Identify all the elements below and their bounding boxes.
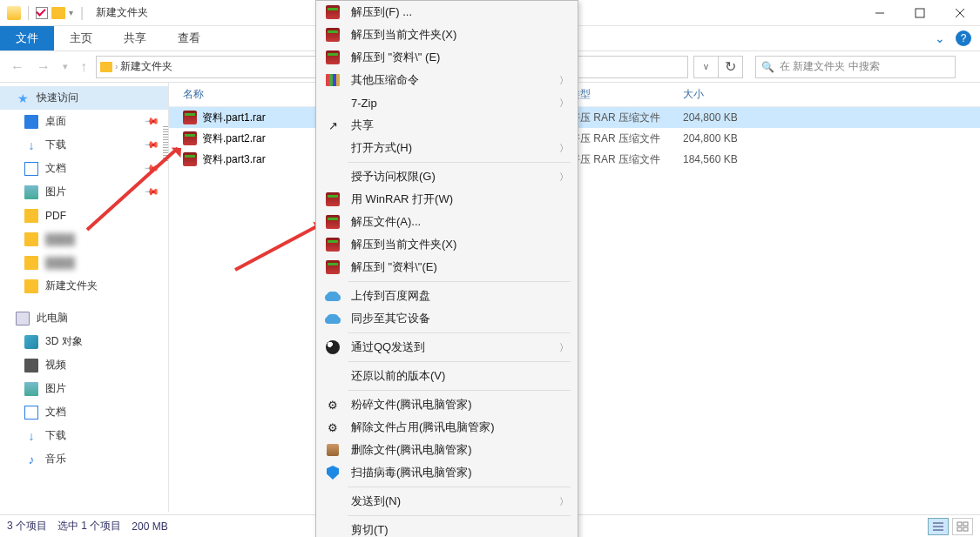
quick-access-folder-icon[interactable] [51, 7, 65, 19]
context-menu-item[interactable]: 删除文件(腾讯电脑管家) [316, 439, 578, 461]
context-menu-item[interactable]: 解压文件(A)... [316, 211, 578, 233]
menu-item-label: 解压文件(A)... [351, 214, 421, 230]
context-menu: 解压到(F) ...解压到当前文件夹(X)解压到 "资料\" (E)其他压缩命令… [315, 0, 578, 537]
col-type[interactable]: 类型 [570, 87, 683, 102]
status-count: 3 个项目 [7, 519, 47, 534]
sidebar-item-label: 下载 [45, 138, 66, 152]
sidebar-item[interactable]: ↓下载📌 [0, 133, 168, 157]
share-icon: ↗ [325, 117, 341, 133]
tab-view[interactable]: 查看 [162, 26, 216, 50]
ribbon-collapse-icon[interactable]: ⌄ [935, 31, 945, 45]
svg-rect-10 [963, 527, 968, 531]
folder-icon [24, 279, 38, 293]
menu-separator [348, 332, 571, 333]
context-menu-item[interactable]: ⚙粉碎文件(腾讯电脑管家) [316, 393, 578, 416]
address-dropdown[interactable]: v [693, 57, 718, 77]
context-menu-item[interactable]: 授予访问权限(G)〉 [316, 165, 578, 188]
sidebar-item[interactable]: 视频 [0, 353, 168, 377]
maximize-button[interactable] [900, 0, 940, 26]
context-menu-item[interactable]: 7-Zip〉 [316, 91, 578, 114]
context-menu-item[interactable]: 解压到当前文件夹(X) [316, 233, 578, 256]
file-size: 204,800 KB [683, 111, 770, 124]
context-menu-item[interactable]: 解压到(F) ... [316, 1, 578, 23]
menu-item-label: 解除文件占用(腾讯电脑管家) [351, 420, 495, 435]
sidebar-quick-access[interactable]: ★ 快速访问 [0, 86, 168, 110]
view-details-button[interactable] [928, 518, 949, 535]
sidebar-item-label: 文档 [45, 161, 66, 176]
dl-icon: ↓ [24, 138, 38, 152]
sidebar-item[interactable]: 图片📌 [0, 180, 168, 204]
context-menu-item[interactable]: 解压到当前文件夹(X) [316, 23, 578, 46]
context-menu-item[interactable]: 其他压缩命令〉 [316, 69, 578, 91]
sidebar-item[interactable]: ♪音乐 [0, 447, 168, 471]
breadcrumb[interactable]: 新建文件夹 [120, 59, 172, 74]
submenu-arrow-icon: 〉 [559, 341, 569, 354]
menu-item-label: 发送到(N) [351, 493, 401, 509]
file-type: 好压 RAR 压缩文件 [570, 131, 683, 146]
vid-icon [24, 359, 38, 373]
context-menu-item[interactable]: 通过QQ发送到〉 [316, 336, 578, 359]
svg-rect-9 [957, 527, 962, 531]
up-button[interactable]: ↑ [77, 59, 91, 75]
sidebar-item[interactable]: 新建文件夹 [0, 274, 168, 298]
submenu-arrow-icon: 〉 [559, 171, 569, 184]
back-button[interactable]: ← [7, 59, 28, 75]
context-menu-item[interactable]: 打开方式(H)〉 [316, 137, 578, 159]
sidebar-this-pc[interactable]: 此电脑 [0, 306, 168, 330]
rar-icon [325, 27, 341, 43]
sidebar-item[interactable]: 文档 [0, 400, 168, 424]
svg-rect-7 [957, 522, 962, 526]
sidebar-item[interactable]: ████ [0, 251, 168, 274]
search-input[interactable]: 🔍 在 新建文件夹 中搜索 [755, 56, 956, 78]
context-menu-item[interactable]: 用 WinRAR 打开(W) [316, 188, 578, 211]
recent-dropdown[interactable]: ▾ [59, 61, 71, 72]
search-icon: 🔍 [761, 61, 774, 73]
col-size[interactable]: 大小 [683, 87, 770, 102]
refresh-button[interactable]: ↻ [718, 57, 742, 77]
doc-icon [24, 406, 38, 420]
sidebar-item-label: ████ [45, 233, 75, 245]
minimize-button[interactable] [860, 0, 900, 26]
menu-separator [348, 487, 571, 487]
sidebar-item[interactable]: ↓下载 [0, 424, 168, 447]
menu-item-label: 用 WinRAR 打开(W) [351, 191, 453, 207]
qat-overflow-icon[interactable]: ▾ [69, 8, 73, 17]
sidebar-item[interactable]: PDF [0, 204, 168, 227]
file-tab[interactable]: 文件 [0, 26, 54, 50]
context-menu-item[interactable]: ⚙解除文件占用(腾讯电脑管家) [316, 416, 578, 439]
tab-home[interactable]: 主页 [54, 26, 108, 50]
3d-icon [24, 335, 38, 349]
sidebar-item[interactable]: ████ [0, 227, 168, 251]
context-menu-item[interactable]: 扫描病毒(腾讯电脑管家) [316, 461, 578, 484]
sidebar-item[interactable]: 图片 [0, 377, 168, 400]
context-menu-item[interactable]: 剪切(T) [316, 519, 578, 537]
rar-icon [325, 50, 341, 65]
sidebar-item[interactable]: 3D 对象 [0, 330, 168, 353]
quick-access-check-icon[interactable] [36, 7, 48, 19]
sidebar-item-label: 下载 [45, 428, 66, 443]
context-menu-item[interactable]: 发送到(N)〉 [316, 490, 578, 513]
context-menu-item[interactable]: 解压到 "资料\" (E) [316, 46, 578, 69]
svg-rect-8 [963, 522, 968, 526]
file-size: 184,560 KB [683, 153, 770, 165]
tab-share[interactable]: 共享 [108, 26, 162, 50]
sidebar-item-label: 图片 [45, 185, 66, 199]
svg-rect-1 [916, 9, 924, 17]
sidebar-item[interactable]: 桌面📌 [0, 110, 168, 133]
menu-separator [348, 162, 571, 163]
menu-item-label: 解压到当前文件夹(X) [351, 237, 456, 252]
context-menu-item[interactable]: 上传到百度网盘 [316, 285, 578, 307]
forward-button[interactable]: → [33, 59, 54, 75]
view-icons-button[interactable] [952, 518, 973, 535]
context-menu-item[interactable]: 解压到 "资料\"(E) [316, 256, 578, 279]
menu-item-label: 其他压缩命令 [351, 72, 419, 88]
context-menu-item[interactable]: 还原以前的版本(V) [316, 365, 578, 387]
context-menu-item[interactable]: ↗共享 [316, 114, 578, 137]
menu-item-label: 通过QQ发送到 [351, 339, 425, 355]
close-button[interactable] [940, 0, 980, 26]
folder-icon [7, 6, 21, 20]
help-icon[interactable]: ? [956, 30, 971, 46]
chevron-right-icon[interactable]: › [115, 62, 118, 71]
sidebar-label: 此电脑 [37, 311, 68, 326]
context-menu-item[interactable]: 同步至其它设备 [316, 307, 578, 330]
